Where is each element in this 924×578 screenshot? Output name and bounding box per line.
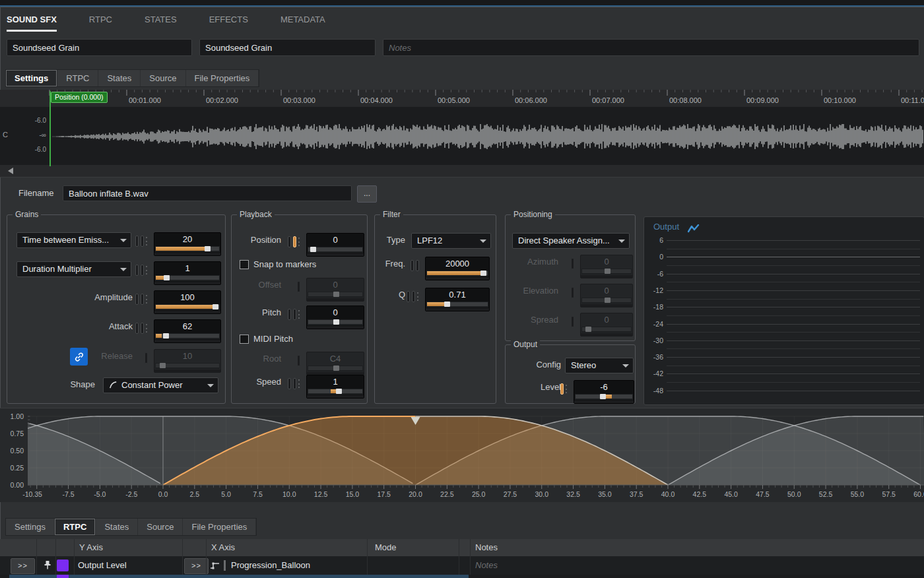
grains-shape-select[interactable]: Constant Power — [103, 377, 218, 393]
output-group-level-indicator-pill[interactable] — [560, 383, 564, 395]
grains-amplitude-rtpc-indicators[interactable] — [135, 292, 147, 305]
playback-offset-slider-handle[interactable] — [333, 292, 339, 297]
playback-pitch-value[interactable]: 0 — [307, 306, 364, 319]
positioning-spread-indicator-pill[interactable] — [571, 316, 574, 327]
grains-duration-multiplier-slider-handle[interactable] — [164, 275, 170, 280]
timeline-ruler[interactable]: 00:01.00000:02.00000:03.00000:04.00000:0… — [0, 90, 924, 107]
x-axis-value[interactable]: Progression_Balloon — [231, 560, 310, 570]
playback-speed-slider[interactable] — [308, 389, 363, 395]
playback-position-value[interactable]: 0 — [307, 234, 364, 247]
grains-release-slider-handle[interactable] — [160, 363, 166, 368]
output-group-config-select[interactable]: Stereo — [565, 358, 634, 373]
playback-root-slider[interactable] — [308, 366, 363, 371]
grains-amplitude-indicator-pill[interactable] — [135, 294, 139, 305]
filter-q-slider-handle[interactable] — [444, 302, 450, 307]
filename-input[interactable] — [63, 185, 352, 201]
object-name-field[interactable] — [7, 39, 192, 56]
playback-pitch-rtpc-indicators[interactable] — [288, 307, 300, 320]
playback-root-slider-handle[interactable] — [333, 366, 339, 371]
filter-type-select[interactable]: LPF12 — [411, 233, 491, 249]
playback-speed-value[interactable]: 1 — [307, 375, 364, 389]
playback-snap-to-markers-checkbox[interactable]: Snap to markers — [240, 259, 316, 269]
playback-midi-pitch-checkbox[interactable]: MIDI Pitch — [240, 334, 293, 344]
output-group-level-value[interactable]: -6 — [574, 381, 634, 394]
browse-button[interactable]: ... — [357, 185, 377, 203]
playback-pitch-slider-handle[interactable] — [333, 319, 339, 325]
playback-speed-indicator-pill[interactable] — [293, 378, 296, 389]
y-axis-expand-button[interactable]: >> — [11, 558, 35, 574]
row-notes-placeholder[interactable]: Notes — [475, 560, 498, 570]
pin-icon[interactable] — [43, 560, 52, 573]
positioning-elevation-slider[interactable] — [581, 298, 632, 304]
editor-top-tab-rtpc[interactable]: RTPC — [57, 70, 98, 86]
grains-duration-multiplier-rtpc-indicators[interactable] — [135, 263, 147, 276]
editor-top-tab-states[interactable]: States — [98, 70, 141, 86]
playback-position-rtpc-indicators[interactable] — [288, 234, 300, 247]
rtpc-table-next-row[interactable] — [0, 575, 924, 578]
grains-time-between-emiss-select[interactable]: Time between Emiss... — [16, 232, 131, 248]
y-axis-value[interactable]: Output Level — [78, 560, 127, 570]
editor-bottom-tab-source[interactable]: Source — [138, 519, 183, 535]
grains-time-between-emiss-slider[interactable] — [155, 246, 220, 252]
positioning-spread-slider[interactable] — [581, 327, 632, 333]
playback-pitch-indicator-pill[interactable] — [288, 309, 291, 320]
doc-tab-rtpc[interactable]: RTPC — [89, 11, 112, 32]
playback-position-indicator-pill[interactable] — [293, 236, 296, 247]
playback-offset-rtpc-indicators[interactable] — [297, 279, 300, 292]
editor-bottom-tab-settings[interactable]: Settings — [6, 519, 55, 535]
curve-color-swatch[interactable] — [57, 560, 69, 571]
playback-speed-rtpc-indicators[interactable] — [288, 376, 300, 389]
grains-attack-value[interactable]: 62 — [154, 320, 220, 333]
doc-tab-states[interactable]: STATES — [145, 11, 177, 32]
playback-root-value[interactable]: C4 — [307, 352, 364, 366]
playback-pitch-indicator-pill[interactable] — [293, 309, 296, 320]
grains-attack-slider-handle[interactable] — [163, 333, 169, 338]
playback-root-rtpc-indicators[interactable] — [297, 353, 300, 366]
grains-duration-multiplier-value[interactable]: 1 — [154, 262, 220, 275]
playback-position-slider-handle[interactable] — [310, 247, 316, 252]
positioning-direct-speaker-assign-select[interactable]: Direct Speaker Assign... — [512, 233, 630, 249]
playback-root-indicator-pill[interactable] — [297, 355, 300, 366]
editor-top-tab-source[interactable]: Source — [141, 70, 185, 86]
grains-attack-indicator-pill[interactable] — [135, 323, 139, 334]
positioning-spread-rtpc-indicators[interactable] — [571, 314, 574, 327]
grains-duration-multiplier-indicator-pill[interactable] — [135, 265, 139, 276]
filter-freq-indicator-pill[interactable] — [416, 260, 419, 271]
positioning-elevation-rtpc-indicators[interactable] — [571, 285, 574, 298]
waveform-display[interactable] — [0, 107, 924, 165]
filter-freq-value[interactable]: 20000 — [426, 257, 489, 271]
editor-top-tab-file-properties[interactable]: File Properties — [186, 70, 259, 86]
filter-q-indicator-pill[interactable] — [412, 291, 415, 302]
grains-amplitude-value[interactable]: 100 — [154, 291, 220, 304]
filter-freq-slider[interactable] — [426, 271, 488, 276]
notes-field[interactable] — [383, 39, 919, 56]
grains-amplitude-slider[interactable] — [155, 304, 220, 310]
editor-bottom-tab-rtpc[interactable]: RTPC — [55, 519, 96, 535]
grains-amplitude-indicator-pill[interactable] — [141, 294, 144, 305]
playback-offset-indicator-pill[interactable] — [297, 281, 300, 292]
playback-snap-to-markers-checkbox-box[interactable] — [240, 260, 249, 269]
editor-top-tab-settings[interactable]: Settings — [6, 70, 57, 86]
playback-pitch-slider[interactable] — [308, 319, 363, 325]
grains-time-between-emiss-indicator-pill[interactable] — [141, 236, 144, 247]
grains-time-between-emiss-indicator-pill[interactable] — [135, 236, 139, 247]
filter-freq-indicator-pill[interactable] — [411, 260, 414, 271]
doc-tab-metadata[interactable]: METADATA — [280, 11, 325, 32]
positioning-spread-slider-handle[interactable] — [585, 327, 591, 332]
scroll-left-icon[interactable] — [8, 168, 13, 174]
filter-freq-rtpc-indicators[interactable] — [411, 258, 419, 271]
grains-attack-indicator-pill[interactable] — [141, 323, 144, 334]
filter-freq-slider-handle[interactable] — [480, 271, 486, 276]
grain-envelope-plot[interactable]: 1.000.750.500.250.00-10.35-7.5-5.0-2.50.… — [0, 408, 924, 502]
grains-attack-rtpc-indicators[interactable] — [135, 321, 147, 334]
editor-bottom-tab-file-properties[interactable]: File Properties — [183, 519, 256, 535]
playback-offset-value[interactable]: 0 — [307, 278, 364, 292]
positioning-elevation-indicator-pill[interactable] — [571, 287, 574, 298]
output-group-level-slider-handle[interactable] — [600, 394, 606, 399]
positioning-elevation-slider-handle[interactable] — [605, 298, 610, 303]
playback-position-indicator-pill[interactable] — [288, 236, 291, 247]
position-badge[interactable]: Position (0.000) — [51, 92, 108, 103]
source-name-field[interactable] — [199, 39, 376, 56]
filter-q-slider[interactable] — [426, 302, 488, 307]
doc-tab-effects[interactable]: EFFECTS — [209, 11, 248, 32]
